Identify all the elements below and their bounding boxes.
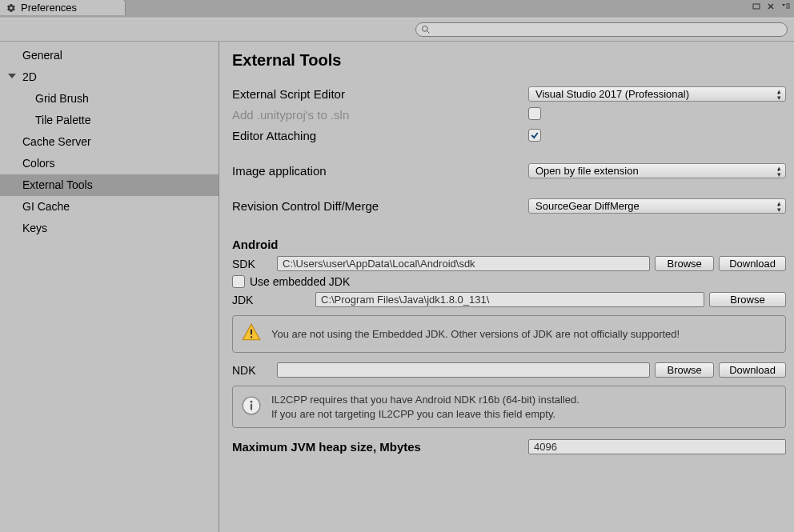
image-app-dropdown[interactable]: Open by file extension ▴▾ <box>528 163 786 178</box>
svg-point-7 <box>423 26 428 32</box>
window-controls <box>751 2 791 11</box>
ndk-info-text: IL2CPP requires that you have Android ND… <box>271 393 579 421</box>
search-input[interactable] <box>434 24 782 35</box>
gear-icon <box>6 3 16 13</box>
sidebar-item-label: Keys <box>22 220 47 237</box>
sdk-label: SDK <box>232 258 272 270</box>
sidebar-item-keys[interactable]: Keys <box>0 218 219 239</box>
ndk-path-input[interactable] <box>277 362 650 378</box>
revision-control-dropdown[interactable]: SourceGear DiffMerge ▴▾ <box>528 198 786 214</box>
search-icon <box>421 25 431 34</box>
sidebar-item-tile-palette[interactable]: Tile Palette <box>0 110 219 131</box>
svg-rect-10 <box>251 336 252 338</box>
sidebar-item-label: Cache Server <box>22 134 91 150</box>
preferences-tab[interactable]: Preferences <box>0 0 126 15</box>
external-script-editor-dropdown[interactable]: Visual Studio 2017 (Professional) ▴▾ <box>528 86 786 102</box>
image-app-label: Image application <box>232 164 528 178</box>
sidebar-item-label: Grid Brush <box>35 90 89 107</box>
sidebar-item-label: Colors <box>22 155 54 172</box>
external-script-editor-label: External Script Editor <box>232 87 528 101</box>
info-icon <box>241 395 262 418</box>
close-button[interactable] <box>765 2 776 11</box>
svg-marker-3 <box>782 4 785 6</box>
chevron-updown-icon: ▴▾ <box>777 88 781 101</box>
sdk-browse-button[interactable]: Browse <box>655 256 714 271</box>
title-bar: Preferences <box>0 0 794 18</box>
context-menu-button[interactable] <box>780 2 791 11</box>
sidebar-item-grid-brush[interactable]: Grid Brush <box>0 88 219 110</box>
tab-title: Preferences <box>21 2 77 14</box>
jdk-warning-text: You are not using the Embedded JDK. Othe… <box>271 327 680 342</box>
ndk-info-line1: IL2CPP requires that you have Android ND… <box>271 393 579 407</box>
use-embedded-jdk-label: Use embedded JDK <box>250 275 350 288</box>
ndk-label: NDK <box>232 364 272 377</box>
heap-size-input[interactable] <box>528 439 786 454</box>
ndk-info-box: IL2CPP requires that you have Android ND… <box>232 386 786 428</box>
sidebar-item-label: 2D <box>22 69 37 86</box>
add-unityproj-checkbox[interactable] <box>528 107 541 120</box>
android-section-header: Android <box>232 238 786 251</box>
sidebar-item-cache-server[interactable]: Cache Server <box>0 131 219 153</box>
svg-point-12 <box>251 401 253 403</box>
warning-icon <box>241 322 262 346</box>
ndk-info-line2: If you are not targeting IL2CPP you can … <box>271 407 579 422</box>
use-embedded-jdk-checkbox[interactable] <box>232 275 245 288</box>
dropdown-value: Visual Studio 2017 (Professional) <box>535 88 689 100</box>
editor-attaching-label: Editor Attaching <box>232 129 528 142</box>
jdk-label: JDK <box>232 294 311 306</box>
sidebar-item-label: GI Cache <box>22 198 70 215</box>
content-pane: External Tools External Script Editor Vi… <box>219 42 794 532</box>
search-field[interactable] <box>415 22 788 37</box>
sidebar-item-2d[interactable]: 2D <box>0 66 219 88</box>
search-bar <box>0 18 794 42</box>
jdk-warning-box: You are not using the Embedded JDK. Othe… <box>232 315 786 353</box>
jdk-path-input[interactable] <box>315 292 704 307</box>
dropdown-value: SourceGear DiffMerge <box>535 200 640 212</box>
heap-size-label: Maximum JVM heap size, Mbytes <box>232 440 528 454</box>
sidebar-item-label: External Tools <box>22 177 93 194</box>
sidebar-item-gi-cache[interactable]: GI Cache <box>0 196 219 218</box>
editor-attaching-checkbox[interactable] <box>528 129 541 142</box>
sidebar-item-colors[interactable]: Colors <box>0 153 219 174</box>
chevron-updown-icon: ▴▾ <box>777 165 781 178</box>
svg-rect-0 <box>753 4 760 9</box>
dropdown-value: Open by file extension <box>535 165 639 177</box>
chevron-updown-icon: ▴▾ <box>777 200 781 213</box>
sidebar-item-label: General <box>22 47 62 64</box>
jdk-browse-button[interactable]: Browse <box>709 292 786 307</box>
sidebar-item-general[interactable]: General <box>0 45 219 66</box>
svg-rect-9 <box>251 330 252 335</box>
ndk-download-button[interactable]: Download <box>719 362 786 378</box>
page-title: External Tools <box>232 51 786 70</box>
svg-rect-13 <box>251 404 252 410</box>
sdk-path-input[interactable] <box>277 256 650 271</box>
svg-line-8 <box>427 31 430 34</box>
sidebar: General 2D Grid Brush Tile Palette Cache… <box>0 42 219 532</box>
dock-button[interactable] <box>751 2 762 11</box>
ndk-browse-button[interactable]: Browse <box>655 362 714 378</box>
add-unityproj-label: Add .unityproj's to .sln <box>232 108 528 122</box>
sidebar-item-label: Tile Palette <box>35 112 91 129</box>
sdk-download-button[interactable]: Download <box>719 256 786 271</box>
sidebar-item-external-tools[interactable]: External Tools <box>0 174 219 196</box>
revision-control-label: Revision Control Diff/Merge <box>232 199 528 213</box>
